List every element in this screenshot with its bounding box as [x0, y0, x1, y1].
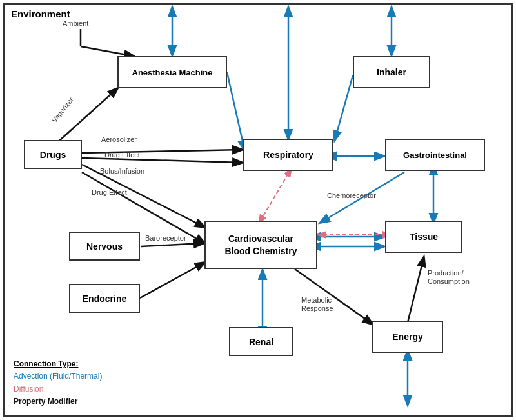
svg-line-4: [335, 75, 353, 140]
diagram-container: Environment: [3, 3, 513, 417]
legend-property-modifier: Property Modifier: [14, 395, 102, 408]
node-renal: Renal: [229, 327, 293, 356]
svg-text:Drug Effect: Drug Effect: [92, 188, 127, 196]
svg-text:Baroreceptor: Baroreceptor: [145, 234, 186, 242]
svg-line-17: [82, 150, 242, 153]
svg-line-3: [227, 72, 244, 150]
svg-line-24: [295, 269, 372, 324]
svg-text:Bolus/Infusion: Bolus/Infusion: [100, 167, 144, 175]
svg-line-21: [141, 243, 203, 246]
svg-text:Vaporizer: Vaporizer: [50, 95, 75, 124]
legend-advection: Advection (Fluid/Thermal): [14, 370, 102, 383]
svg-text:Chemoreceptor: Chemoreceptor: [327, 192, 376, 199]
svg-line-23: [408, 257, 424, 323]
svg-text:Ambient: Ambient: [63, 19, 88, 27]
svg-line-12: [259, 174, 288, 223]
svg-text:Production/: Production/: [428, 269, 464, 277]
svg-line-15: [81, 46, 134, 56]
diagram-title: Environment: [11, 8, 70, 19]
svg-line-7: [321, 172, 404, 223]
node-gastrointestinal: Gastrointestinal: [385, 139, 485, 171]
legend-title: Connection Type:: [14, 358, 102, 370]
svg-text:Aerosolizer: Aerosolizer: [101, 135, 137, 143]
node-endocrine: Endocrine: [69, 284, 140, 313]
svg-text:Drug Effect: Drug Effect: [104, 151, 140, 159]
svg-line-19: [82, 165, 204, 227]
node-cardiovascular: CardiovascularBlood Chemistry: [204, 221, 317, 269]
node-nervous: Nervous: [69, 232, 140, 261]
svg-text:Response: Response: [301, 305, 333, 312]
svg-line-18: [82, 158, 242, 163]
node-drugs: Drugs: [24, 140, 82, 169]
node-respiratory: Respiratory: [243, 139, 333, 171]
svg-text:Metabolic: Metabolic: [301, 296, 332, 304]
svg-line-16: [53, 88, 117, 146]
legend-diffusion: Diffusion: [14, 383, 102, 395]
svg-line-22: [140, 263, 204, 298]
node-inhaler: Inhaler: [353, 56, 430, 88]
svg-text:Consumption: Consumption: [428, 277, 470, 285]
legend: Connection Type: Advection (Fluid/Therma…: [14, 358, 102, 408]
node-energy: Energy: [372, 321, 443, 353]
node-anesthesia: Anesthesia Machine: [117, 56, 227, 88]
node-tissue: Tissue: [385, 221, 462, 253]
